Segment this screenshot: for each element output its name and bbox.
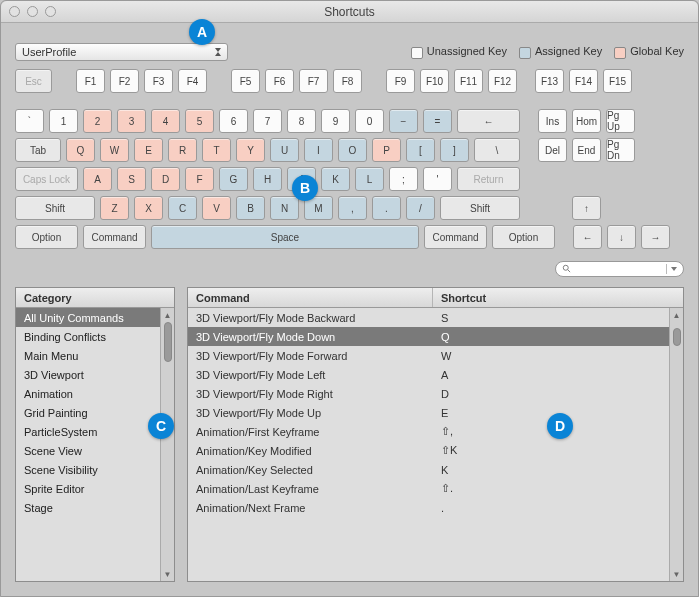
key-f1[interactable]: F1 xyxy=(76,69,105,93)
key-equals[interactable]: = xyxy=(423,109,452,133)
key-f5[interactable]: F5 xyxy=(231,69,260,93)
key-f8[interactable]: F8 xyxy=(333,69,362,93)
command-row[interactable]: Animation/Last Keyframe⇧. xyxy=(188,479,683,498)
key-quote[interactable]: ' xyxy=(423,167,452,191)
key-1[interactable]: 1 xyxy=(49,109,78,133)
key-f2[interactable]: F2 xyxy=(110,69,139,93)
key-esc[interactable]: Esc xyxy=(15,69,52,93)
key-rshift[interactable]: Shift xyxy=(440,196,520,220)
key-c[interactable]: C xyxy=(168,196,197,220)
command-row[interactable]: Animation/Next Frame. xyxy=(188,498,683,517)
key-f14[interactable]: F14 xyxy=(569,69,598,93)
command-row[interactable]: 3D Viewport/Fly Mode RightD xyxy=(188,384,683,403)
key-u[interactable]: U xyxy=(270,138,299,162)
scroll-up-icon[interactable]: ▲ xyxy=(670,308,684,322)
key-d[interactable]: D xyxy=(151,167,180,191)
key-0[interactable]: 0 xyxy=(355,109,384,133)
category-list[interactable]: All Unity CommandsBinding ConflictsMain … xyxy=(16,308,174,581)
key-roption[interactable]: Option xyxy=(492,225,555,249)
key-n[interactable]: N xyxy=(270,196,299,220)
key-comma[interactable]: , xyxy=(338,196,367,220)
category-item[interactable]: Scene Visibility xyxy=(16,460,174,479)
command-row[interactable]: Animation/First Keyframe⇧, xyxy=(188,422,683,441)
key-f12[interactable]: F12 xyxy=(488,69,517,93)
key-v[interactable]: V xyxy=(202,196,231,220)
key-e[interactable]: E xyxy=(134,138,163,162)
scroll-down-icon[interactable]: ▼ xyxy=(161,567,175,581)
key-5[interactable]: 5 xyxy=(185,109,214,133)
key-8[interactable]: 8 xyxy=(287,109,316,133)
category-item[interactable]: Stage xyxy=(16,498,174,517)
category-item[interactable]: Scene View xyxy=(16,441,174,460)
key-backslash[interactable]: \ xyxy=(474,138,520,162)
search-field[interactable] xyxy=(555,261,684,277)
command-row[interactable]: 3D Viewport/Fly Mode LeftA xyxy=(188,365,683,384)
key-g[interactable]: G xyxy=(219,167,248,191)
category-item[interactable]: 3D Viewport xyxy=(16,365,174,384)
key-pgdn[interactable]: Pg Dn xyxy=(606,138,635,162)
key-p[interactable]: P xyxy=(372,138,401,162)
category-scrollbar[interactable]: ▲ ▼ xyxy=(160,308,174,581)
key-right[interactable]: → xyxy=(641,225,670,249)
shortcut-header-label[interactable]: Shortcut xyxy=(433,288,683,307)
key-f6[interactable]: F6 xyxy=(265,69,294,93)
key-f10[interactable]: F10 xyxy=(420,69,449,93)
key-o[interactable]: O xyxy=(338,138,367,162)
key-f11[interactable]: F11 xyxy=(454,69,483,93)
key-f9[interactable]: F9 xyxy=(386,69,415,93)
scroll-up-icon[interactable]: ▲ xyxy=(161,308,175,322)
key-space[interactable]: Space xyxy=(151,225,419,249)
category-item[interactable]: All Unity Commands xyxy=(16,308,174,327)
key-rcommand[interactable]: Command xyxy=(424,225,487,249)
key-t[interactable]: T xyxy=(202,138,231,162)
key-f[interactable]: F xyxy=(185,167,214,191)
key-h[interactable]: H xyxy=(253,167,282,191)
key-z[interactable]: Z xyxy=(100,196,129,220)
key-capslock[interactable]: Caps Lock xyxy=(15,167,78,191)
key-y[interactable]: Y xyxy=(236,138,265,162)
key-f13[interactable]: F13 xyxy=(535,69,564,93)
key-del[interactable]: Del xyxy=(538,138,567,162)
key-9[interactable]: 9 xyxy=(321,109,350,133)
category-item[interactable]: Animation xyxy=(16,384,174,403)
key-lcommand[interactable]: Command xyxy=(83,225,146,249)
key-backtick[interactable]: ` xyxy=(15,109,44,133)
key-4[interactable]: 4 xyxy=(151,109,180,133)
key-up[interactable]: ↑ xyxy=(572,196,601,220)
key-w[interactable]: W xyxy=(100,138,129,162)
key-a[interactable]: A xyxy=(83,167,112,191)
scroll-down-icon[interactable]: ▼ xyxy=(670,567,684,581)
key-semicolon[interactable]: ; xyxy=(389,167,418,191)
command-header-label[interactable]: Command xyxy=(188,288,433,307)
category-item[interactable]: Binding Conflicts xyxy=(16,327,174,346)
key-rbracket[interactable]: ] xyxy=(440,138,469,162)
command-row[interactable]: 3D Viewport/Fly Mode DownQ xyxy=(188,327,683,346)
key-lshift[interactable]: Shift xyxy=(15,196,95,220)
key-end[interactable]: End xyxy=(572,138,601,162)
key-s[interactable]: S xyxy=(117,167,146,191)
key-7[interactable]: 7 xyxy=(253,109,282,133)
key-x[interactable]: X xyxy=(134,196,163,220)
command-row[interactable]: 3D Viewport/Fly Mode ForwardW xyxy=(188,346,683,365)
key-minus[interactable]: − xyxy=(389,109,418,133)
key-slash[interactable]: / xyxy=(406,196,435,220)
key-r[interactable]: R xyxy=(168,138,197,162)
command-row[interactable]: 3D Viewport/Fly Mode UpE xyxy=(188,403,683,422)
key-period[interactable]: . xyxy=(372,196,401,220)
key-k[interactable]: K xyxy=(321,167,350,191)
key-f3[interactable]: F3 xyxy=(144,69,173,93)
key-ins[interactable]: Ins xyxy=(538,109,567,133)
key-down[interactable]: ↓ xyxy=(607,225,636,249)
command-scrollbar[interactable]: ▲ ▼ xyxy=(669,308,683,581)
key-pgup[interactable]: Pg Up xyxy=(606,109,635,133)
key-lbracket[interactable]: [ xyxy=(406,138,435,162)
key-backspace[interactable]: ← xyxy=(457,109,520,133)
category-item[interactable]: Main Menu xyxy=(16,346,174,365)
key-loption[interactable]: Option xyxy=(15,225,78,249)
command-row[interactable]: 3D Viewport/Fly Mode BackwardS xyxy=(188,308,683,327)
search-dropdown-icon[interactable] xyxy=(671,267,677,271)
category-item[interactable]: Sprite Editor xyxy=(16,479,174,498)
scroll-thumb[interactable] xyxy=(164,322,172,362)
key-i[interactable]: I xyxy=(304,138,333,162)
scroll-thumb[interactable] xyxy=(673,328,681,346)
